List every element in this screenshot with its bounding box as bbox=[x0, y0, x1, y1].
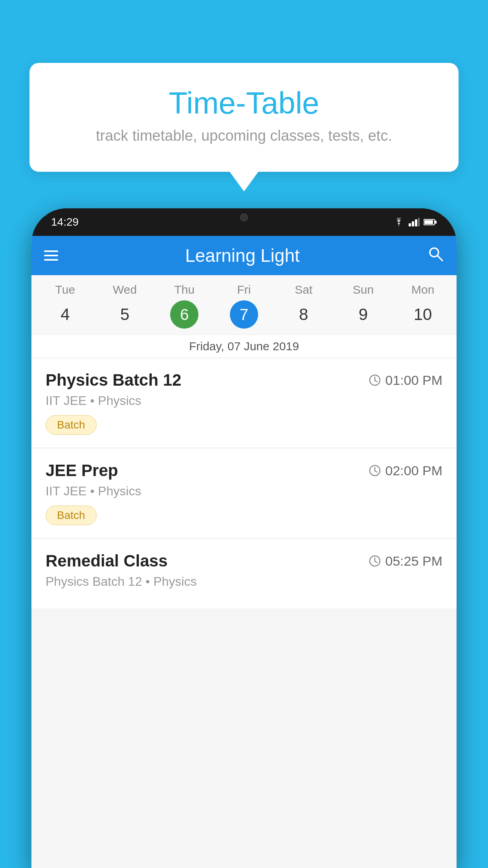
date-8[interactable]: 8 bbox=[274, 300, 334, 329]
date-7-selected[interactable]: 7 bbox=[230, 300, 258, 329]
schedule-title-3: Remedial Class bbox=[46, 552, 168, 570]
schedule-subtitle-3: Physics Batch 12 • Physics bbox=[46, 574, 442, 589]
svg-rect-0 bbox=[409, 223, 411, 226]
clock-icon-1 bbox=[369, 374, 381, 386]
signal-icon bbox=[409, 218, 420, 226]
tooltip-title: Time-Table bbox=[53, 86, 435, 120]
clock-icon-2 bbox=[369, 464, 381, 477]
search-button[interactable] bbox=[427, 245, 444, 266]
tooltip-card: Time-Table track timetable, upcoming cla… bbox=[29, 63, 459, 172]
schedule-item-3[interactable]: Remedial Class 05:25 PM Physics Batch 12… bbox=[31, 539, 457, 609]
svg-rect-6 bbox=[424, 220, 433, 224]
schedule-time-3: 05:25 PM bbox=[369, 554, 442, 569]
schedule-title-2: JEE Prep bbox=[46, 461, 118, 480]
schedule-item-2[interactable]: JEE Prep 02:00 PM IIT JEE • Physics Batc… bbox=[31, 449, 457, 538]
svg-line-8 bbox=[437, 256, 442, 261]
phone-status-icons bbox=[393, 218, 437, 226]
schedule-subtitle-2: IIT JEE • Physics bbox=[46, 484, 442, 498]
schedule-list: Physics Batch 12 01:00 PM IIT JEE • Phys… bbox=[31, 358, 457, 609]
svg-line-17 bbox=[375, 561, 377, 563]
day-thu: Thu bbox=[154, 283, 214, 296]
hamburger-icon[interactable] bbox=[44, 250, 58, 261]
date-5[interactable]: 5 bbox=[95, 300, 155, 329]
phone-notch bbox=[220, 208, 268, 226]
schedule-title-1: Physics Batch 12 bbox=[46, 371, 182, 390]
batch-badge-1: Batch bbox=[46, 415, 97, 435]
app-header: Learning Light bbox=[31, 236, 457, 275]
day-sat: Sat bbox=[274, 283, 334, 296]
date-6-today[interactable]: 6 bbox=[170, 300, 198, 329]
app-content: Learning Light Tue Wed Thu Fri Sat Sun M… bbox=[31, 236, 457, 868]
schedule-item-2-header: JEE Prep 02:00 PM bbox=[46, 461, 442, 480]
phone-frame: 14:29 bbox=[31, 208, 457, 868]
day-tue: Tue bbox=[35, 283, 95, 296]
svg-rect-1 bbox=[412, 221, 414, 226]
wifi-icon bbox=[393, 218, 405, 226]
batch-badge-2: Batch bbox=[46, 506, 97, 525]
schedule-item-1-header: Physics Batch 12 01:00 PM bbox=[46, 371, 442, 390]
date-4[interactable]: 4 bbox=[35, 300, 95, 329]
tooltip-subtitle: track timetable, upcoming classes, tests… bbox=[53, 127, 435, 144]
date-9[interactable]: 9 bbox=[334, 300, 393, 329]
svg-rect-3 bbox=[418, 218, 420, 226]
day-fri: Fri bbox=[214, 283, 274, 296]
clock-icon-3 bbox=[369, 555, 381, 567]
day-mon: Mon bbox=[393, 283, 453, 296]
schedule-time-1: 01:00 PM bbox=[369, 373, 442, 388]
battery-icon bbox=[424, 219, 437, 226]
selected-date-label: Friday, 07 June 2019 bbox=[31, 335, 457, 358]
phone-time: 14:29 bbox=[51, 216, 79, 228]
svg-line-14 bbox=[375, 471, 377, 472]
calendar-days-header: Tue Wed Thu Fri Sat Sun Mon bbox=[31, 275, 457, 298]
schedule-item-1[interactable]: Physics Batch 12 01:00 PM IIT JEE • Phys… bbox=[31, 358, 457, 447]
svg-line-11 bbox=[375, 381, 377, 382]
phone-top-bar: 14:29 bbox=[31, 208, 457, 236]
calendar-section: Tue Wed Thu Fri Sat Sun Mon 4 5 6 7 8 9 … bbox=[31, 275, 457, 358]
calendar-dates: 4 5 6 7 8 9 10 bbox=[31, 298, 457, 335]
schedule-subtitle-1: IIT JEE • Physics bbox=[46, 394, 442, 408]
day-wed: Wed bbox=[95, 283, 155, 296]
schedule-item-3-header: Remedial Class 05:25 PM bbox=[46, 552, 442, 570]
app-title: Learning Light bbox=[185, 245, 300, 266]
date-10[interactable]: 10 bbox=[393, 300, 453, 329]
svg-rect-5 bbox=[435, 221, 437, 224]
schedule-time-2: 02:00 PM bbox=[369, 463, 442, 478]
phone-camera bbox=[240, 213, 248, 221]
day-sun: Sun bbox=[334, 283, 393, 296]
svg-rect-2 bbox=[415, 219, 417, 226]
